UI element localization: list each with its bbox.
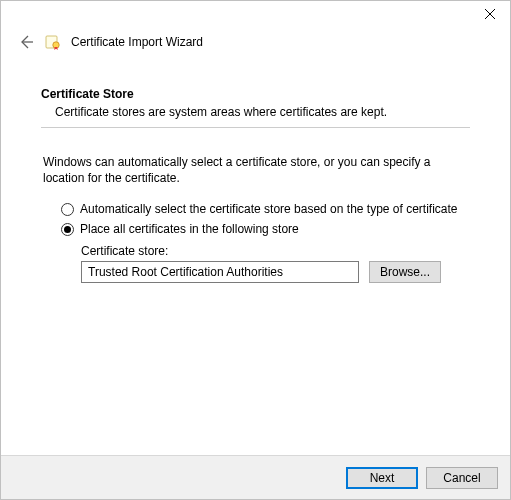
radio-auto-icon — [61, 203, 74, 216]
radio-auto-label: Automatically select the certificate sto… — [80, 202, 458, 216]
certificate-icon — [45, 34, 61, 50]
section-description: Certificate stores are system areas wher… — [55, 105, 470, 119]
header: Certificate Import Wizard — [1, 29, 510, 63]
back-arrow-icon — [18, 34, 34, 50]
divider — [41, 127, 470, 128]
store-label: Certificate store: — [81, 244, 470, 258]
intro-text: Windows can automatically select a certi… — [43, 154, 470, 186]
radio-auto-select[interactable]: Automatically select the certificate sto… — [61, 202, 470, 216]
back-button[interactable] — [17, 33, 35, 51]
radio-manual-label: Place all certificates in the following … — [80, 222, 299, 236]
section-title: Certificate Store — [41, 87, 470, 101]
cancel-button[interactable]: Cancel — [426, 467, 498, 489]
next-button[interactable]: Next — [346, 467, 418, 489]
close-button[interactable] — [470, 1, 510, 27]
store-input[interactable] — [81, 261, 359, 283]
content: Certificate Store Certificate stores are… — [1, 63, 510, 455]
wizard-title: Certificate Import Wizard — [71, 35, 203, 49]
titlebar — [1, 1, 510, 29]
footer: Next Cancel — [1, 455, 510, 499]
radio-manual-store[interactable]: Place all certificates in the following … — [61, 222, 470, 236]
wizard-window: Certificate Import Wizard Certificate St… — [0, 0, 511, 500]
close-icon — [485, 9, 495, 19]
browse-button[interactable]: Browse... — [369, 261, 441, 283]
radio-manual-icon — [61, 223, 74, 236]
store-row: Browse... — [81, 261, 470, 283]
store-subsection: Certificate store: Browse... — [81, 244, 470, 283]
